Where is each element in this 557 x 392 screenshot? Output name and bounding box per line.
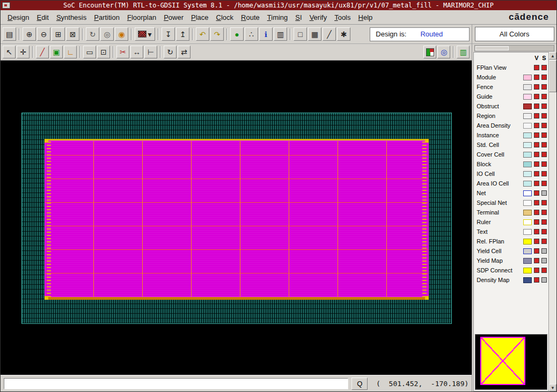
layer-visible-checkbox[interactable] (534, 65, 539, 70)
layer-visible-checkbox[interactable] (534, 277, 539, 283)
spacing-icon[interactable]: ⇄ (178, 46, 190, 58)
highlight-area-icon[interactable]: ⊡ (97, 46, 110, 58)
layer-visible-checkbox[interactable] (534, 94, 539, 99)
menu-design[interactable]: Design (4, 11, 33, 24)
layer-select-checkbox[interactable] (541, 75, 547, 80)
layer-row-std-cell[interactable]: Std. Cell (474, 140, 548, 150)
layer-row-text[interactable]: Text (474, 227, 548, 236)
placement-view-icon[interactable] (423, 46, 436, 58)
layer-visible-checkbox[interactable] (534, 229, 539, 234)
layer-row-net[interactable]: Net (474, 188, 548, 198)
table-icon[interactable]: ▦ (308, 27, 321, 41)
zoom-fit-icon[interactable]: ⊠ (66, 27, 79, 41)
layer-select-checkbox[interactable] (541, 94, 547, 99)
layer-row-rel-fplan[interactable]: Rel. FPlan (474, 236, 548, 246)
layer-select-checkbox[interactable] (541, 152, 547, 157)
cut-wire-icon[interactable]: ✂ (116, 46, 129, 58)
layer-row-sdp-connect[interactable]: SDP Connect (474, 265, 548, 275)
layer-select-checkbox[interactable] (541, 277, 547, 283)
layer-row-instance[interactable]: Instance (474, 130, 548, 140)
layer-visible-checkbox[interactable] (534, 248, 539, 254)
minimap-die-outline[interactable] (480, 337, 525, 385)
menu-clock[interactable]: Clock (212, 11, 238, 24)
layer-select-checkbox[interactable] (541, 190, 547, 196)
scroll-down-arrow-icon[interactable]: ▼ (549, 384, 556, 391)
zoom-selected-icon[interactable]: ⊞ (52, 27, 65, 41)
measure-icon[interactable]: ╱ (323, 27, 336, 41)
layer-visible-checkbox[interactable] (534, 268, 539, 273)
select-tool-icon[interactable]: ↖ (3, 46, 16, 58)
layer-row-guide[interactable]: Guide (474, 92, 548, 101)
layer-row-region[interactable]: Region (474, 111, 548, 121)
zoom-in-icon[interactable]: ⊕ (23, 27, 36, 41)
layer-visible-checkbox[interactable] (534, 258, 539, 263)
layer-select-checkbox[interactable] (541, 123, 547, 128)
menu-partition[interactable]: Partition (90, 11, 123, 24)
layer-visible-checkbox[interactable] (534, 103, 539, 109)
layer-row-yield-cell[interactable]: Yield Cell (474, 246, 548, 256)
all-colors-button[interactable]: All Colors (475, 27, 554, 41)
layer-row-fplan-view[interactable]: FPlan View (474, 63, 548, 72)
rotate-icon[interactable]: ↻ (164, 46, 177, 58)
pull-up-icon[interactable]: ↥ (176, 27, 189, 41)
layer-select-checkbox[interactable] (541, 200, 547, 205)
previous-view-icon[interactable]: ◎ (100, 27, 114, 41)
layer-select-checkbox[interactable] (541, 210, 547, 215)
menu-si[interactable]: SI (291, 11, 305, 24)
report-icon[interactable]: ▥ (274, 27, 287, 41)
zoom-out-icon[interactable]: ⊖ (37, 27, 50, 41)
window-icon[interactable]: □ (294, 27, 307, 41)
layer-row-area-io-cell[interactable]: Area IO Cell (474, 179, 548, 188)
layer-visible-checkbox[interactable] (534, 219, 539, 225)
layer-select-checkbox[interactable] (541, 219, 547, 225)
layer-row-special-net[interactable]: Special Net (474, 198, 548, 208)
menu-floorplan[interactable]: Floorplan (123, 11, 160, 24)
menu-timing[interactable]: Timing (263, 11, 292, 24)
redraw-icon[interactable]: ↻ (86, 27, 99, 41)
layer-select-checkbox[interactable] (541, 103, 547, 109)
layer-row-obstruct[interactable]: Obstruct (474, 101, 548, 111)
layer-visible-checkbox[interactable] (534, 152, 539, 157)
layer-select-checkbox[interactable] (541, 258, 547, 263)
scroll-up-arrow-icon[interactable]: ▲ (549, 52, 556, 60)
home-view-icon[interactable]: ◉ (115, 27, 128, 41)
layer-row-io-cell[interactable]: IO Cell (474, 169, 548, 179)
layer-row-ruler[interactable]: Ruler (474, 217, 548, 227)
layer-visible-checkbox[interactable] (534, 161, 539, 167)
layer-select-checkbox[interactable] (541, 142, 547, 147)
world-view-minimap[interactable] (475, 334, 547, 390)
layer-visible-checkbox[interactable] (534, 181, 539, 186)
tools-icon[interactable]: ✱ (337, 27, 350, 41)
layer-select-checkbox[interactable] (541, 229, 547, 234)
panel-view-icon[interactable]: ▥ (457, 46, 470, 58)
layer-panel-hscrollbar[interactable] (474, 45, 554, 51)
layer-visible-checkbox[interactable] (534, 113, 539, 119)
vscroll-trough[interactable] (549, 60, 556, 384)
layer-select-checkbox[interactable] (541, 161, 547, 167)
layer-select-checkbox[interactable] (541, 65, 547, 70)
layer-select-checkbox[interactable] (541, 239, 547, 244)
command-input[interactable] (4, 378, 348, 389)
edit-wire-icon[interactable]: ╱ (36, 46, 49, 58)
open-design-icon[interactable]: ▤ (3, 27, 16, 41)
layer-select-checkbox[interactable] (541, 84, 547, 90)
layer-select-checkbox[interactable] (541, 113, 547, 119)
push-down-icon[interactable]: ↧ (162, 27, 175, 41)
undo-icon[interactable]: ↶ (196, 27, 209, 41)
stretch-wire-icon[interactable]: ↔ (130, 46, 143, 58)
menu-edit[interactable]: Edit (33, 11, 52, 24)
layer-visible-checkbox[interactable] (534, 171, 539, 176)
menu-power[interactable]: Power (160, 11, 187, 24)
layer-select-checkbox[interactable] (541, 248, 547, 254)
menu-route[interactable]: Route (237, 11, 263, 24)
layer-select-checkbox[interactable] (541, 171, 547, 176)
layer-visible-checkbox[interactable] (534, 210, 539, 215)
layer-visible-checkbox[interactable] (534, 75, 539, 80)
layer-visible-checkbox[interactable] (534, 132, 539, 138)
info-icon[interactable]: ℹ (259, 27, 273, 41)
redo-icon[interactable]: ↷ (210, 27, 224, 41)
layer-visible-checkbox[interactable] (534, 200, 539, 205)
move-tool-icon[interactable]: ✛ (17, 46, 30, 58)
query-button[interactable]: Q (351, 378, 368, 390)
layout-canvas[interactable] (1, 61, 472, 375)
